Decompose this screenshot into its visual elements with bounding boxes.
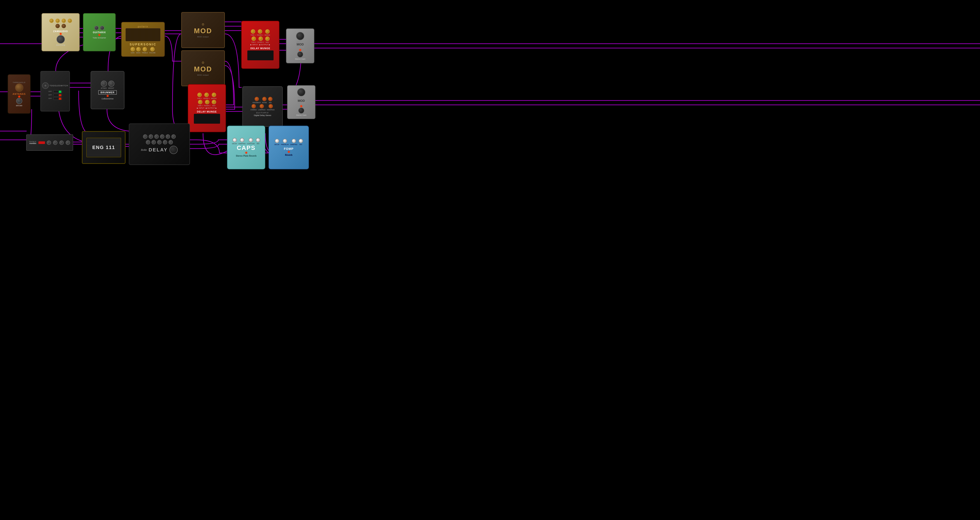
knob-dd-4[interactable] [251,104,256,108]
knob-brummer-1[interactable] [101,81,107,87]
toggle-3[interactable] [53,97,62,100]
knob-sg-top-2[interactable] [297,51,303,57]
knob-dm-bot-4[interactable] [198,100,202,104]
bollie-name-label: DELAY [149,147,168,153]
toggle-row-1[interactable]: OFF [48,90,62,93]
aembic-switch[interactable] [38,141,45,144]
pedal-eng111[interactable]: ENG 111 [82,131,126,164]
knob-dm-bot-6[interactable] [212,100,216,104]
knob-aembic-3[interactable] [59,140,64,145]
knob-ss-gain[interactable] [130,47,135,51]
caps-brand-label: CAPS [237,144,256,152]
knob-dd-6[interactable] [269,104,273,108]
knob-fomp-4[interactable] [299,139,303,143]
knob-bollie-5[interactable] [166,134,170,139]
pedal-zamcomp[interactable]: ZAMAUDIO ZamComp [41,13,80,51]
toggle-2[interactable] [53,94,62,96]
knob-dd-1[interactable] [255,97,259,101]
pedal-mod-output-bottom[interactable]: ⊙ MOD MOD output [181,50,225,86]
knob-zamcomp-2[interactable] [56,19,60,23]
knob-aembic-1[interactable] [47,140,51,145]
pedal-delaymunge-top[interactable]: TIME 1 FEDER 1 MERGE TIME 2 FEDER 2 MAX … [241,21,280,69]
knob-bollie-10[interactable] [163,140,167,144]
knob-dm-bot-3[interactable] [212,93,216,97]
abgate-name-label: abGate [16,104,22,107]
pedal-aembic[interactable]: Guitarix Aembic [26,134,73,151]
knob-ss-volume[interactable] [150,47,154,51]
knob-caps-1[interactable] [232,138,237,142]
knob-dm-bot-1[interactable] [197,93,202,97]
knob-abgate-2[interactable] [16,98,22,104]
knob-dd-2[interactable] [262,97,267,101]
pedal-fomp[interactable]: DECAY PREDELAY DAMPING MIX FOMP Reverb [269,126,309,169]
toggle-row-3[interactable]: OFF [48,97,62,100]
knob-dm-top-3[interactable] [265,29,270,33]
knob-dm-top-6[interactable] [265,37,270,41]
knob-dm-top-2[interactable] [258,29,262,33]
knob-ts-2[interactable] [100,26,104,30]
knob-bollie-4[interactable] [160,134,164,139]
mod-logo-top: MOD [194,27,212,35]
knob-ss-treble[interactable] [143,47,147,51]
knob-sg-top-main[interactable] [296,32,304,40]
pedal-tubescreamer[interactable]: GUITARIX Tube Screamer [83,13,116,51]
knob-caps-2[interactable] [240,138,244,142]
knob-sg-bot-main[interactable] [297,88,305,96]
knob-caps-3[interactable] [249,138,253,142]
pedal-toggleswitch[interactable]: ⊙ TOGGLESWITCH OFF OFF OFF [40,71,70,112]
knob-zamcomp-6[interactable] [62,24,66,28]
pedal-delaymunge-bottom[interactable]: TIME 1 FEDER 1 MERGE TIME 2 FEDER 2 MAX … [188,84,226,132]
knob-fomp-3[interactable] [292,139,296,143]
knob-fomp-1[interactable] [275,139,279,143]
knob-bollie-1[interactable] [143,134,147,139]
knob-dm-top-1[interactable] [251,29,255,33]
pedal-mod-output-top[interactable]: ⊙ MOD MOD output [181,12,225,48]
knob-bollie-2[interactable] [149,134,153,139]
knob-dm-top-5[interactable] [258,37,263,41]
knob-brummer-2[interactable] [108,81,115,87]
knob-dm-top-4[interactable] [251,37,256,41]
sg-bot-led [301,105,302,107]
toggle-row-2[interactable]: OFF [48,94,62,96]
knob-dm-bot-2[interactable] [204,93,209,97]
delaymunge-bot-label: Delay Munge [197,110,217,113]
knob-bollie-7[interactable] [146,140,150,144]
ts-brand-label: GUITARIX [93,31,106,33]
knob-aembic-2[interactable] [53,140,57,145]
knob-bollie-9[interactable] [157,140,162,144]
knob-ts-1[interactable] [94,26,99,30]
knob-zamcomp-5[interactable] [56,24,60,28]
supersonic-guitarix-label: guitarix [138,26,148,28]
bollie-brand-label: Bollie [141,148,147,151]
pedal-bolliedelay[interactable]: Bollie DELAY [129,123,190,165]
knob-abgate-threshold[interactable] [15,83,23,92]
pedal-abgate[interactable]: THRESHOLD ANTANAS abGate [8,74,30,113]
dd-guitarix-label: GUITARIX [256,112,269,114]
pedal-digitaldelay[interactable]: FEEDBACK NOISE MIX STEREO LOWPASS HIGHPA… [242,86,283,127]
knob-aembic-volume[interactable] [66,140,70,145]
knob-zamcomp-3[interactable] [62,19,66,23]
pedal-stereogain-bottom[interactable]: MOD Stereo Gain [287,85,315,119]
toggle-1[interactable] [53,90,62,93]
knob-bollie-6[interactable] [171,134,176,139]
sg-top-mod-label: MOD [296,41,304,48]
knob-bollie-3[interactable] [154,134,159,139]
pedal-caps[interactable]: DECAY DAMPING CONTOUR MIX CAPS Stereo Pl… [227,126,265,169]
knob-zamcomp-4[interactable] [68,19,72,23]
knob-caps-4[interactable] [256,138,260,142]
knob-bollie-main[interactable] [169,146,178,154]
knob-zamcomp-main[interactable] [57,35,65,43]
pedal-brummer[interactable]: ATTACK BRIGHT BRUMMER CollisionDrive [91,71,124,109]
brummer-brand-label: BRUMMER [98,90,116,95]
knob-sg-bot-2[interactable] [298,107,304,113]
knob-fomp-2[interactable] [283,139,287,143]
knob-dd-5[interactable] [259,104,264,108]
knob-zamcomp-1[interactable] [49,19,54,23]
knob-bollie-11[interactable] [169,140,173,144]
knob-dm-bot-5[interactable] [205,100,209,104]
knob-ss-bass[interactable] [136,47,141,51]
knob-dd-3[interactable] [268,97,272,101]
pedal-stereogain-top[interactable]: MOD Stereo Gain [286,29,314,63]
knob-bollie-8[interactable] [151,140,156,144]
pedal-supersonic[interactable]: guitarix SUPERSONIC GAIN BASS TREBLE VOL… [121,22,165,57]
